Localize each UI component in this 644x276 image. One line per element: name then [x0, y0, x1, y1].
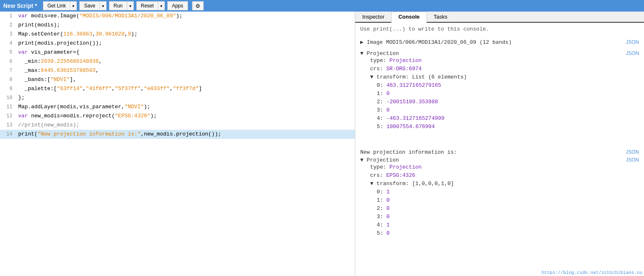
transform-header[interactable]: ▼ transform: List (6 elements)	[370, 73, 639, 81]
get-link-button[interactable]: Get Link	[43, 1, 71, 10]
transform-item-5: 5: 10007554.676994	[377, 123, 639, 131]
bottom-bar: https://blog.csdn.net/zch1chibians.nu	[540, 269, 644, 276]
line-content-14: print("New projection information is:",n…	[17, 130, 355, 139]
transform-item-2: 2: -20015109.353988	[377, 98, 639, 106]
line-content-1: var modis=ee.Image("MODIS/006/MOD13A1/20…	[17, 12, 355, 21]
line-content-8: _bands:["NDVI"],	[17, 75, 355, 84]
projection-header-row: ▼ ProjectionJSON	[360, 157, 639, 163]
transform-item-1: 1: 0	[377, 196, 639, 205]
code-line-13: 13//print(new_modis);	[0, 121, 355, 130]
projection-type-line: type: Projection	[370, 163, 639, 171]
run-dropdown[interactable]: ▾	[127, 1, 134, 10]
projection-crs-line: crs: SR-ORG:6974	[370, 65, 639, 73]
line-content-7: _max:8445.630153788503,	[17, 66, 355, 75]
line-content-3: Map.setCenter(116.36863,39.961029,9);	[17, 30, 355, 39]
code-line-7: 7 _max:8445.630153788503,	[0, 66, 355, 75]
projection-header-row: ▼ ProjectionJSON	[360, 50, 639, 57]
line-content-2: print(modis);	[17, 21, 355, 30]
projection-block: ▼ ProjectionJSONtype: Projectioncrs: EPS…	[360, 157, 639, 238]
image-text: ▶ Image MODIS/006/MOD13A1/2020_06_09 (12…	[360, 39, 512, 45]
new-projection-text-row: New projection information is:JSON	[360, 149, 639, 155]
top-bar: New Script * Get Link ▾ Save ▾ Run ▾ Res…	[0, 0, 644, 12]
code-line-6: 6 _min:2039.2255686140938,	[0, 57, 355, 66]
transform-item-0: 0: 1	[377, 188, 639, 196]
code-line-4: 4print(modis.projection());	[0, 39, 355, 48]
line-content-12: var new_modis=modis.reproject("EPSG:4326…	[17, 112, 355, 121]
line-content-5: var vis_parameter={	[17, 48, 355, 57]
line-number-14: 14	[0, 130, 17, 139]
code-line-9: 9 _palette:["63ff14","41f6ff","5f37ff","…	[0, 84, 355, 93]
reset-dropdown[interactable]: ▾	[158, 1, 165, 10]
transform-item-0: 0: 463.3127165279165	[377, 81, 639, 90]
code-line-8: 8 _bands:["NDVI"],	[0, 75, 355, 84]
projection-json-link[interactable]: JSON	[626, 157, 639, 163]
line-number-5: 5	[0, 48, 17, 57]
transform-item-2: 2: 0	[377, 205, 639, 213]
line-content-9: _palette:["63ff14","41f6ff","5f37ff","e0…	[17, 84, 355, 93]
projection-block: ▼ ProjectionJSONtype: Projectioncrs: SR-…	[360, 50, 639, 131]
get-link-dropdown[interactable]: ▾	[70, 1, 77, 10]
tab-inspector[interactable]: Inspector	[355, 12, 391, 22]
line-number-6: 6	[0, 57, 17, 66]
projection-crs-line: crs: EPSG:4326	[370, 171, 639, 180]
line-content-11: Map.addLayer(modis,vis_parameter,"NDVI")…	[17, 102, 355, 112]
transform-item-3: 3: 0	[377, 106, 639, 114]
code-line-5: 5var vis_parameter={	[0, 48, 355, 57]
line-content-13: //print(new_modis);	[17, 121, 355, 130]
save-group: Save ▾	[79, 1, 106, 10]
right-panel: Inspector Console Tasks Use print(...) t…	[355, 12, 644, 276]
new-projection-text: New projection information is:	[360, 149, 457, 155]
transform-header[interactable]: ▼ transform: [1,0,0,0,1,0]	[370, 180, 639, 188]
line-number-11: 11	[0, 102, 17, 112]
line-number-7: 7	[0, 66, 17, 75]
code-line-3: 3Map.setCenter(116.36863,39.961029,9);	[0, 30, 355, 39]
run-button[interactable]: Run	[109, 1, 127, 10]
code-editor[interactable]: 1var modis=ee.Image("MODIS/006/MOD13A1/2…	[0, 12, 355, 276]
code-line-10: 10};	[0, 93, 355, 102]
run-group: Run ▾	[109, 1, 134, 10]
projection-type-line: type: Projection	[370, 57, 639, 65]
editor-panel: 1var modis=ee.Image("MODIS/006/MOD13A1/2…	[0, 12, 355, 276]
new-proj-json-link[interactable]: JSON	[626, 149, 639, 155]
line-number-12: 12	[0, 112, 17, 121]
settings-button[interactable]: ⚙	[192, 1, 204, 10]
transform-item-5: 5: 0	[377, 229, 639, 238]
script-title: New Script *	[3, 2, 37, 9]
reset-button[interactable]: Reset	[136, 1, 158, 10]
line-number-3: 3	[0, 30, 17, 39]
line-number-8: 8	[0, 75, 17, 84]
image-json-link[interactable]: JSON	[626, 39, 639, 45]
code-line-1: 1var modis=ee.Image("MODIS/006/MOD13A1/2…	[0, 12, 355, 21]
main-area: 1var modis=ee.Image("MODIS/006/MOD13A1/2…	[0, 12, 644, 276]
tab-console[interactable]: Console	[391, 12, 426, 23]
get-link-group: Get Link ▾	[43, 1, 77, 10]
line-number-9: 9	[0, 84, 17, 93]
line-number-10: 10	[0, 93, 17, 102]
line-number-4: 4	[0, 39, 17, 48]
transform-item-4: 4: -463.3127165274999	[377, 114, 639, 123]
tab-tasks[interactable]: Tasks	[427, 12, 454, 22]
code-line-2: 2print(modis);	[0, 21, 355, 30]
apps-button[interactable]: Apps	[167, 1, 188, 10]
projection-json-link[interactable]: JSON	[626, 50, 639, 57]
line-content-10: };	[17, 93, 355, 102]
projection-header[interactable]: ▼ Projection	[360, 50, 399, 57]
reset-group: Reset ▾	[136, 1, 165, 10]
transform-item-3: 3: 0	[377, 213, 639, 221]
line-content-6: _min:2039.2255686140938,	[17, 57, 355, 66]
console-body: Use print(...) to write to this console.…	[355, 23, 644, 276]
tabs-bar: Inspector Console Tasks	[355, 12, 644, 23]
save-dropdown[interactable]: ▾	[100, 1, 107, 10]
code-line-14: 14print("New projection information is:"…	[0, 130, 355, 139]
line-number-13: 13	[0, 121, 17, 130]
projection-header[interactable]: ▼ Projection	[360, 157, 399, 163]
transform-item-1: 1: 0	[377, 90, 639, 98]
code-line-12: 12var new_modis=modis.reproject("EPSG:43…	[0, 112, 355, 121]
save-button[interactable]: Save	[79, 1, 100, 10]
line-number-2: 2	[0, 21, 17, 30]
console-hint: Use print(...) to write to this console.	[360, 26, 639, 32]
line-content-4: print(modis.projection());	[17, 39, 355, 48]
line-number-1: 1	[0, 12, 17, 21]
code-line-11: 11Map.addLayer(modis,vis_parameter,"NDVI…	[0, 102, 355, 112]
console-image-entry: ▶ Image MODIS/006/MOD13A1/2020_06_09 (12…	[360, 39, 639, 45]
